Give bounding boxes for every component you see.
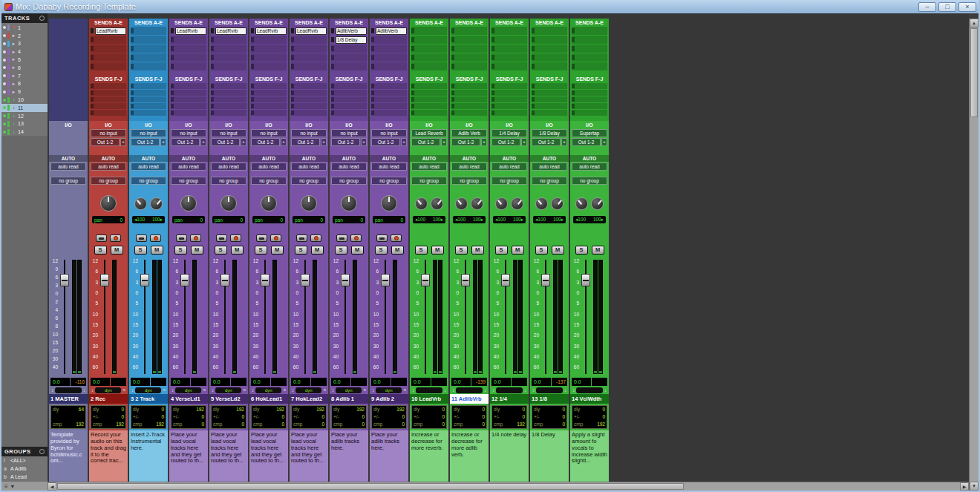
titlebar[interactable]: Mix: Dababy Recording Template – □ × [1, 0, 979, 13]
pan-knob-right[interactable] [150, 197, 163, 210]
send-slot-empty[interactable] [371, 96, 407, 102]
peak-display[interactable]: -137 [552, 378, 567, 386]
mute-button[interactable]: M [151, 246, 163, 255]
automation-mode-selector[interactable]: auto read [291, 163, 327, 171]
fader-cap[interactable] [581, 274, 590, 286]
send-slot-empty[interactable] [91, 62, 126, 70]
output-selector[interactable]: Out 1-2 [331, 138, 360, 146]
expand-icon[interactable]: » [203, 387, 206, 393]
send-slot-empty[interactable] [171, 62, 206, 70]
send-slot-empty[interactable] [171, 110, 206, 116]
output-selector[interactable]: Out 1-2 [291, 138, 320, 146]
group-selector[interactable]: no group [291, 177, 327, 185]
output-selector[interactable]: Out 1-2 [411, 138, 440, 146]
expand-icon[interactable]: » [283, 387, 286, 393]
track-comment[interactable]: Place your lead vocal tracks here and th… [290, 430, 328, 482]
send-slot-empty[interactable] [211, 45, 246, 53]
fader-cap[interactable] [180, 274, 189, 286]
track-list-item[interactable]: ▸7 [1, 72, 48, 80]
track-list-item[interactable]: ▸6 [1, 64, 48, 72]
automation-mode-selector[interactable]: auto read [251, 163, 287, 171]
send-slot-empty[interactable] [331, 110, 367, 116]
send-slot-empty[interactable] [131, 90, 166, 96]
track-list-item[interactable]: ↓11 [1, 104, 48, 112]
expand-icon[interactable]: » [323, 387, 326, 393]
pan-knob[interactable] [341, 195, 357, 211]
input-selector[interactable]: no input [371, 129, 407, 137]
send-slot-empty[interactable] [331, 62, 367, 70]
pan-knob[interactable] [261, 195, 277, 211]
track-show-dot[interactable] [3, 59, 6, 62]
mute-button[interactable]: M [311, 246, 324, 255]
volume-display[interactable]: 0.0 [131, 378, 150, 386]
automation-mode-selector[interactable]: auto read [451, 163, 487, 171]
volume-display[interactable]: 0.0 [331, 378, 350, 386]
pan-display[interactable]: pan0 [252, 216, 285, 223]
solo-button[interactable]: S [415, 246, 428, 255]
nudge-icon[interactable]: ↕ [131, 387, 134, 393]
send-slot-empty[interactable] [251, 62, 287, 70]
send-slot-empty[interactable] [532, 53, 567, 62]
output-path-icon[interactable]: + [120, 138, 126, 146]
track-name[interactable]: 10 LeadVrb [410, 394, 448, 404]
input-selector[interactable]: no input [171, 129, 206, 137]
send-slot-empty[interactable] [491, 27, 527, 35]
input-selector[interactable]: no input [91, 129, 126, 137]
track-name[interactable]: 1 MASTER [49, 394, 88, 404]
pan-knob-right[interactable] [551, 197, 564, 210]
track-comment[interactable]: Place your lead vocal tracks here and th… [209, 430, 248, 482]
send-slot-empty[interactable] [291, 96, 327, 102]
volume-display[interactable]: 0.0 [451, 378, 471, 386]
pan-knob-left[interactable] [455, 197, 468, 210]
nudge-icon[interactable]: ↕ [372, 387, 374, 393]
track-name[interactable]: 5 VerseLd2 [209, 394, 248, 404]
output-window-icon[interactable]: ↓ [604, 387, 607, 393]
pan-display[interactable]: pan0 [333, 216, 365, 223]
send-slot-empty[interactable] [291, 83, 327, 89]
record-enable-button[interactable] [310, 234, 321, 242]
send-slot-empty[interactable] [371, 62, 407, 70]
nudge-icon[interactable]: ↕ [292, 387, 294, 393]
pan-display[interactable]: ◂100100▸ [413, 216, 445, 223]
fader-cap[interactable] [100, 274, 109, 286]
output-selector[interactable]: Out 1-2 [572, 138, 601, 146]
expand-icon[interactable]: » [243, 387, 246, 393]
automation-mode-selector[interactable]: auto read [491, 163, 527, 171]
send-slot-empty[interactable] [371, 90, 407, 96]
volume-display[interactable]: 0.0 [251, 378, 270, 386]
pan-knob[interactable] [381, 195, 397, 211]
record-enable-button[interactable] [150, 234, 161, 242]
send-slot-empty[interactable] [532, 62, 567, 70]
output-selector[interactable]: Out 1-2 [251, 138, 280, 146]
send-slot-empty[interactable] [251, 45, 287, 53]
send-slot-empty[interactable] [491, 53, 527, 62]
group-selector[interactable]: no group [532, 177, 567, 185]
automation-mode-selector[interactable]: auto read [50, 163, 86, 171]
track-name[interactable]: 7 HokLead2 [290, 394, 328, 404]
send-slot-empty[interactable] [491, 36, 527, 44]
automation-mode-selector[interactable]: auto read [371, 163, 407, 171]
send-slot-empty[interactable] [131, 53, 166, 62]
send-slot-empty[interactable] [291, 103, 327, 109]
volume-display[interactable]: 0.0 [532, 378, 551, 386]
close-button[interactable]: × [958, 2, 976, 12]
scroll-up-icon[interactable]: ▲ [970, 19, 979, 27]
send-slot-empty[interactable] [171, 53, 206, 62]
send-slot-empty[interactable] [451, 27, 487, 35]
pan-display[interactable]: ◂100100▸ [453, 216, 486, 223]
send-slot-empty[interactable] [251, 90, 287, 96]
send-slot-empty[interactable] [171, 90, 206, 96]
track-comment[interactable]: Place your adlib tracks here. [370, 430, 408, 482]
send-slot-empty[interactable] [411, 103, 447, 109]
send-slot-empty[interactable] [331, 96, 367, 102]
mute-button[interactable]: M [111, 246, 123, 255]
dyn-button[interactable]: dyn [135, 387, 161, 393]
output-path-icon[interactable]: + [521, 138, 527, 146]
track-comment[interactable]: Insert 2-Track Instrumental here. [129, 430, 168, 482]
track-show-dot[interactable] [3, 114, 6, 117]
solo-button[interactable]: S [335, 246, 347, 255]
pan-display[interactable]: pan0 [212, 216, 245, 223]
track-comment[interactable]: Increase or decrease for more adlib verb… [450, 430, 489, 482]
track-show-dot[interactable] [3, 91, 6, 94]
pan-knob-right[interactable] [471, 197, 483, 210]
